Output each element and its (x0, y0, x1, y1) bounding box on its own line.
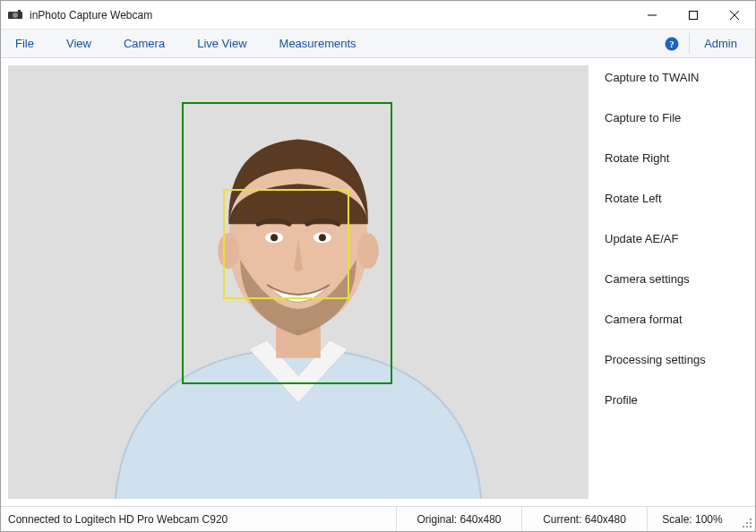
menu-live-view[interactable]: Live View (181, 30, 262, 57)
svg-rect-23 (750, 519, 752, 520)
svg-rect-18 (750, 526, 752, 528)
preview-container (1, 58, 588, 506)
window-titlebar: inPhoto Capture Webcam (1, 1, 755, 30)
menu-bar: File View Camera Live View Measurements … (1, 30, 755, 58)
status-bar: Connected to Logitech HD Pro Webcam C920… (1, 506, 755, 531)
svg-rect-4 (690, 11, 698, 19)
capture-to-twain-button[interactable]: Capture to TWAIN (605, 71, 739, 84)
svg-rect-20 (750, 522, 752, 524)
resize-grip[interactable] (737, 507, 755, 531)
svg-rect-19 (746, 526, 748, 528)
app-icon (8, 8, 22, 22)
menu-view[interactable]: View (50, 30, 107, 57)
update-ae-af-button[interactable]: Update AE/AF (605, 232, 739, 245)
rotate-left-button[interactable]: Rotate Left (605, 192, 739, 205)
menu-measurements[interactable]: Measurements (263, 30, 373, 57)
processing-settings-button[interactable]: Processing settings (605, 353, 739, 366)
svg-rect-22 (746, 522, 748, 524)
svg-point-1 (13, 13, 18, 18)
side-panel: Capture to TWAIN Capture to File Rotate … (588, 58, 755, 506)
maximize-button[interactable] (673, 1, 714, 29)
rotate-right-button[interactable]: Rotate Right (605, 151, 739, 165)
main-area: Capture to TWAIN Capture to File Rotate … (1, 58, 755, 506)
profile-button[interactable]: Profile (605, 393, 739, 407)
help-button[interactable]: ? (657, 30, 687, 57)
menu-divider (689, 33, 690, 54)
svg-rect-2 (18, 10, 21, 13)
face-rectangle (223, 189, 349, 299)
svg-text:?: ? (669, 39, 674, 49)
menu-camera[interactable]: Camera (107, 30, 181, 57)
status-scale: Scale: 100% (648, 507, 737, 531)
camera-format-button[interactable]: Camera format (605, 313, 739, 326)
status-original-size: Original: 640x480 (397, 507, 522, 531)
close-button[interactable] (714, 1, 755, 29)
window-title: inPhoto Capture Webcam (30, 9, 152, 21)
svg-rect-21 (743, 526, 744, 528)
capture-to-file-button[interactable]: Capture to File (605, 111, 739, 124)
minimize-button[interactable] (631, 1, 673, 29)
camera-settings-button[interactable]: Camera settings (605, 272, 739, 286)
camera-preview (8, 65, 588, 499)
status-current-size: Current: 640x480 (522, 507, 648, 531)
window-controls (631, 1, 755, 29)
menu-file[interactable]: File (6, 30, 50, 57)
status-connection: Connected to Logitech HD Pro Webcam C920 (1, 507, 397, 531)
menu-admin[interactable]: Admin (692, 30, 750, 57)
